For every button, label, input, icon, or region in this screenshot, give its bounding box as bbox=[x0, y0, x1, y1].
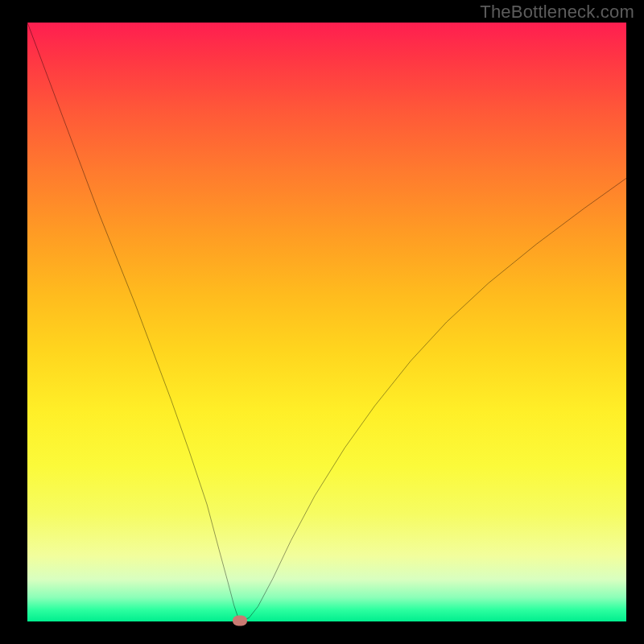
watermark-text: TheBottleneck.com bbox=[480, 2, 634, 23]
optimum-marker bbox=[233, 615, 247, 625]
chart-frame: TheBottleneck.com bbox=[0, 0, 644, 644]
bottleneck-curve bbox=[27, 23, 626, 621]
plot-area bbox=[27, 23, 626, 621]
